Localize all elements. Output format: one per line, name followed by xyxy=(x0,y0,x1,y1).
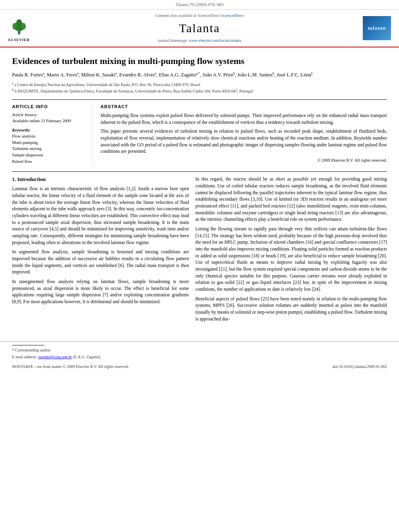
copyright: © 2009 Elsevier B.V. All rights reserved… xyxy=(101,157,387,163)
abstract-section: Abstract Multi-pumping flow systems expl… xyxy=(101,104,387,166)
elsevier-tree-icon xyxy=(8,14,30,37)
right-column-text: In this regard, the reactor should be as… xyxy=(195,176,387,322)
section-divider-bottom xyxy=(12,171,387,172)
affiliations: a a Centro de Energia Nuclear na Agricul… xyxy=(12,81,387,94)
email-link[interactable]: zagatto@cena.usp.br xyxy=(38,355,72,359)
main-content: 1. Introduction Laminar flow is an intri… xyxy=(12,176,387,325)
column-right: In this regard, the reactor should be as… xyxy=(195,176,387,325)
article-title: Evidences of turbulent mixing in multi-p… xyxy=(12,55,387,67)
section-divider-top xyxy=(12,99,387,100)
sciencedirect-link: Contents lists available at ScienceDirec… xyxy=(155,13,244,18)
article-body: Evidences of turbulent mixing in multi-p… xyxy=(0,47,399,333)
keyword-1: Flow analysis xyxy=(12,134,86,140)
right-para-3: Beneficial aspects of pulsed flows [25] … xyxy=(195,296,387,322)
journal-center: Contents lists available at ScienceDirec… xyxy=(155,13,244,43)
journal-banner: ELSEVIER Contents lists available at Sci… xyxy=(0,10,399,47)
journal-homepage: journal homepage: www.elsevier.com/locat… xyxy=(155,38,244,43)
keyword-5: Pulsed flow xyxy=(12,159,86,165)
svg-point-3 xyxy=(16,19,22,24)
footnote-line xyxy=(12,345,44,345)
doi-info: doi:10.1016/j.talanta.2009.01.062 xyxy=(333,364,387,370)
article-info-abstract: Article Info Article history: Available … xyxy=(12,104,387,166)
talanta-logo-right: talanta xyxy=(363,16,391,40)
sciencedirect-url[interactable]: ScienceDirect xyxy=(221,13,244,18)
abstract-heading: Abstract xyxy=(101,104,387,110)
page-info: Talanta 79 (2009) 978–983 xyxy=(175,2,223,7)
elsevier-logo: ELSEVIER xyxy=(8,14,30,43)
footer-bottom: 0039-9140/$ – see front matter © 2009 El… xyxy=(12,364,387,370)
svg-point-5 xyxy=(21,23,26,29)
introduction-heading: 1. Introduction xyxy=(12,176,189,183)
elsevier-text: ELSEVIER xyxy=(8,37,30,43)
authors: Paula R. Fortesa, Mario A. Feresa, Milto… xyxy=(12,71,387,79)
keyword-2: Multi-pumping xyxy=(12,140,86,146)
svg-point-4 xyxy=(12,23,17,29)
page-header: Talanta 79 (2009) 978–983 xyxy=(0,0,399,10)
keyword-3: Turbulent mixing xyxy=(12,146,86,152)
journal-homepage-url[interactable]: www.elsevier.com/locate/talanta xyxy=(189,38,241,43)
issn-info: 0039-9140/$ – see front matter © 2009 El… xyxy=(12,364,129,370)
article-info-heading: Article Info xyxy=(12,104,86,110)
keyword-4: Sample dispersion xyxy=(12,152,86,158)
intro-para-1: Laminar flow is an intrinsic characteris… xyxy=(12,185,189,246)
corresponding-author: * Corresponding author. xyxy=(12,347,387,353)
abstract-para-1: Multi-pumping flow systems exploit pulse… xyxy=(101,112,387,125)
page-footer: * Corresponding author. E-mail address: … xyxy=(0,341,399,370)
introduction-text: Laminar flow is an intrinsic characteris… xyxy=(12,185,189,305)
history-label: Article history: xyxy=(12,112,86,118)
email-info: E-mail address: zagatto@cena.usp.br (E.A… xyxy=(12,354,387,360)
abstract-text: Multi-pumping flow systems exploit pulse… xyxy=(101,112,387,163)
column-left: 1. Introduction Laminar flow is an intri… xyxy=(12,176,189,325)
keywords-section: Keywords: Flow analysis Multi-pumping Tu… xyxy=(12,127,86,164)
available-online: Available online 13 February 2009 xyxy=(12,118,86,124)
intro-para-3: In unsegmented flow analysis relying on … xyxy=(12,278,189,305)
right-para-2: Letting the flowing stream to rapidly pa… xyxy=(195,226,387,293)
article-info-panel: Article Info Article history: Available … xyxy=(12,104,93,166)
keywords-label: Keywords: xyxy=(12,128,31,132)
journal-title-banner: Talanta xyxy=(155,20,244,37)
intro-para-2: In segmented flow analysis, sample broad… xyxy=(12,249,189,275)
abstract-para-2: This paper presents several evidences of… xyxy=(101,128,387,155)
right-para-1: In this regard, the reactor should be as… xyxy=(195,176,387,223)
